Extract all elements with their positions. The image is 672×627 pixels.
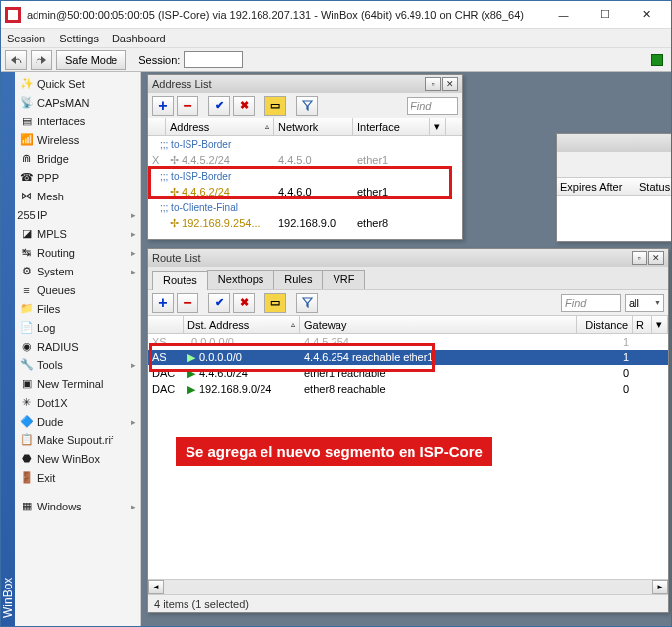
addr-comment-row[interactable]: ;;; to-ISP-Border bbox=[148, 168, 462, 184]
sidebar-item-ppp[interactable]: ☎PPP bbox=[15, 168, 140, 187]
route-filter-dropdown[interactable]: all bbox=[625, 294, 664, 312]
route-row[interactable]: XS0.0.0.0/04.4.5.2541 bbox=[148, 334, 668, 350]
redo-button[interactable] bbox=[31, 50, 52, 70]
route-col-r[interactable]: R bbox=[633, 316, 652, 333]
scroll-left-button[interactable]: ◄ bbox=[148, 580, 164, 594]
sidebar-item-make-supout-rif[interactable]: 📋Make Supout.rif bbox=[15, 431, 140, 449]
route-find-input[interactable]: Find bbox=[561, 294, 621, 312]
address-list-title: Address List bbox=[152, 78, 424, 90]
route-col-picker-icon[interactable]: ▾ bbox=[652, 316, 668, 333]
sidebar-item-new-terminal[interactable]: ▣New Terminal bbox=[15, 374, 140, 393]
addr-row[interactable]: X✢ 4.4.5.2/244.4.5.0ether1 bbox=[148, 152, 462, 168]
addr-find-input[interactable]: Find bbox=[407, 97, 458, 115]
addr-disable-button[interactable]: ✖ bbox=[233, 96, 255, 116]
sidebar-item-bridge[interactable]: ⋒Bridge bbox=[15, 149, 140, 168]
background-window[interactable]: ▫✕ Find Expires After Status ▾ bbox=[556, 133, 671, 242]
addr-enable-button[interactable]: ✔ bbox=[208, 96, 230, 116]
tab-rules[interactable]: Rules bbox=[273, 270, 323, 289]
route-restore-button[interactable]: ▫ bbox=[632, 251, 647, 265]
addr-col-network[interactable]: Network bbox=[274, 118, 353, 135]
session-box[interactable] bbox=[184, 51, 243, 68]
iface-icon: ▤ bbox=[19, 114, 34, 128]
route-enable-button[interactable]: ✔ bbox=[208, 293, 230, 313]
addr-col-address[interactable]: Address▵ bbox=[166, 118, 274, 135]
route-disable-button[interactable]: ✖ bbox=[233, 293, 255, 313]
sidebar-item-mpls[interactable]: ◪MPLS▸ bbox=[15, 224, 140, 243]
addr-filter-button[interactable] bbox=[296, 96, 318, 116]
addr-restore-button[interactable]: ▫ bbox=[425, 77, 441, 91]
scroll-right-button[interactable]: ► bbox=[652, 580, 668, 594]
addr-col-flag[interactable] bbox=[148, 118, 166, 135]
sidebar-item-routing[interactable]: ↹Routing▸ bbox=[15, 243, 140, 262]
sidebar-item-exit[interactable]: 🚪Exit bbox=[15, 468, 140, 487]
sidebar-item-dude[interactable]: 🔷Dude▸ bbox=[15, 412, 140, 431]
sidebar-item-windows[interactable]: ▦Windows▸ bbox=[15, 497, 140, 515]
dot1x-icon: ✳ bbox=[19, 395, 34, 410]
tab-vrf[interactable]: VRF bbox=[322, 270, 365, 289]
sidebar-item-ip[interactable]: 255IP▸ bbox=[15, 205, 140, 224]
sidebar-item-system[interactable]: ⚙System▸ bbox=[15, 262, 140, 280]
sidebar-item-dot1x[interactable]: ✳Dot1X bbox=[15, 393, 140, 412]
addr-row[interactable]: ✢ 4.4.6.2/244.4.6.0ether1 bbox=[148, 184, 462, 199]
sidebar-item-wireless[interactable]: 📶Wireless bbox=[15, 130, 140, 149]
route-col-distance[interactable]: Distance bbox=[577, 316, 633, 333]
route-col-dst[interactable]: Dst. Address▵ bbox=[184, 316, 300, 333]
route-add-button[interactable]: + bbox=[152, 293, 174, 313]
tab-nexthops[interactable]: Nexthops bbox=[207, 270, 274, 289]
main-window: admin@50:00:00:05:00:05 (ISP-Core) via 1… bbox=[0, 0, 672, 627]
addr-comment-row[interactable]: ;;; to-Cliente-Final bbox=[148, 199, 462, 215]
route-col-gateway[interactable]: Gateway bbox=[300, 316, 577, 333]
annotation-text: Se agrega el nuevo segmento en ISP-Core bbox=[176, 437, 492, 466]
sidebar-label: IP bbox=[37, 209, 47, 221]
route-remove-button[interactable]: − bbox=[177, 293, 198, 313]
sidebar-item-log[interactable]: 📄Log bbox=[15, 318, 140, 337]
sidebar-item-files[interactable]: 📁Files bbox=[15, 299, 140, 318]
addr-row[interactable]: ✢ 192.168.9.254...192.168.9.0ether8 bbox=[148, 215, 462, 231]
addr-close-button[interactable]: ✕ bbox=[442, 77, 458, 91]
addr-col-interface[interactable]: Interface bbox=[353, 118, 430, 135]
chevron-right-icon: ▸ bbox=[131, 248, 136, 258]
undo-button[interactable] bbox=[5, 50, 27, 70]
maximize-button[interactable]: ☐ bbox=[584, 3, 626, 27]
menu-dashboard[interactable]: Dashboard bbox=[112, 33, 166, 44]
bg-col-expires[interactable]: Expires After bbox=[557, 178, 635, 195]
tab-routes[interactable]: Routes bbox=[152, 271, 208, 290]
connection-led-icon bbox=[651, 54, 663, 66]
minimize-button[interactable]: — bbox=[543, 3, 584, 27]
window-title: admin@50:00:00:05:00:05 (ISP-Core) via 1… bbox=[27, 9, 543, 21]
address-list-window[interactable]: Address List ▫✕ + − ✔ ✖ ▭ Find bbox=[147, 74, 463, 240]
chevron-right-icon: ▸ bbox=[131, 267, 136, 276]
menu-session[interactable]: Session bbox=[7, 33, 45, 44]
sidebar-item-new-winbox[interactable]: ⬣New WinBox bbox=[15, 449, 140, 468]
addr-remove-button[interactable]: − bbox=[177, 96, 198, 116]
scrollbar-track[interactable] bbox=[164, 580, 652, 594]
addr-comment-button[interactable]: ▭ bbox=[264, 96, 286, 116]
cap-icon: 📡 bbox=[19, 95, 34, 110]
bg-col-status[interactable]: Status bbox=[635, 178, 671, 195]
sidebar-item-queues[interactable]: ≡Queues bbox=[15, 280, 140, 299]
route-filter-button[interactable] bbox=[296, 293, 318, 313]
route-close-button[interactable]: ✕ bbox=[648, 251, 664, 265]
close-button[interactable]: ✕ bbox=[626, 3, 667, 27]
addr-add-button[interactable]: + bbox=[152, 96, 174, 116]
addr-comment-row[interactable]: ;;; to-ISP-Border bbox=[148, 136, 462, 152]
sidebar-item-mesh[interactable]: ⋈Mesh bbox=[15, 187, 140, 205]
sidebar-item-radius[interactable]: ◉RADIUS bbox=[15, 337, 140, 355]
safe-mode-button[interactable]: Safe Mode bbox=[56, 50, 126, 70]
sidebar-item-interfaces[interactable]: ▤Interfaces bbox=[15, 112, 140, 130]
addr-col-picker-icon[interactable]: ▾ bbox=[430, 118, 446, 135]
route-row[interactable]: DAC▶192.168.9.0/24ether8 reachable0 bbox=[148, 381, 668, 397]
sidebar-item-capsman[interactable]: 📡CAPsMAN bbox=[15, 93, 140, 112]
route-comment-button[interactable]: ▭ bbox=[264, 293, 286, 313]
menu-settings[interactable]: Settings bbox=[59, 33, 99, 44]
route-row[interactable]: DAC▶4.4.6.0/24ether1 reachable0 bbox=[148, 365, 668, 381]
route-list-window[interactable]: Route List ▫✕ Routes Nexthops Rules VRF … bbox=[147, 248, 669, 613]
route-row[interactable]: AS▶0.0.0.0/04.4.6.254 reachable ether11 bbox=[148, 350, 668, 365]
sidebar-label: RADIUS bbox=[37, 341, 79, 353]
route-col-flag[interactable] bbox=[148, 316, 184, 333]
sidebar-label: Log bbox=[37, 322, 55, 334]
sidebar-label: Dot1X bbox=[37, 397, 68, 409]
sidebar-item-tools[interactable]: 🔧Tools▸ bbox=[15, 355, 140, 374]
sidebar-item-quick-set[interactable]: ✨Quick Set bbox=[15, 74, 140, 93]
sidebar-label: Exit bbox=[37, 472, 55, 484]
